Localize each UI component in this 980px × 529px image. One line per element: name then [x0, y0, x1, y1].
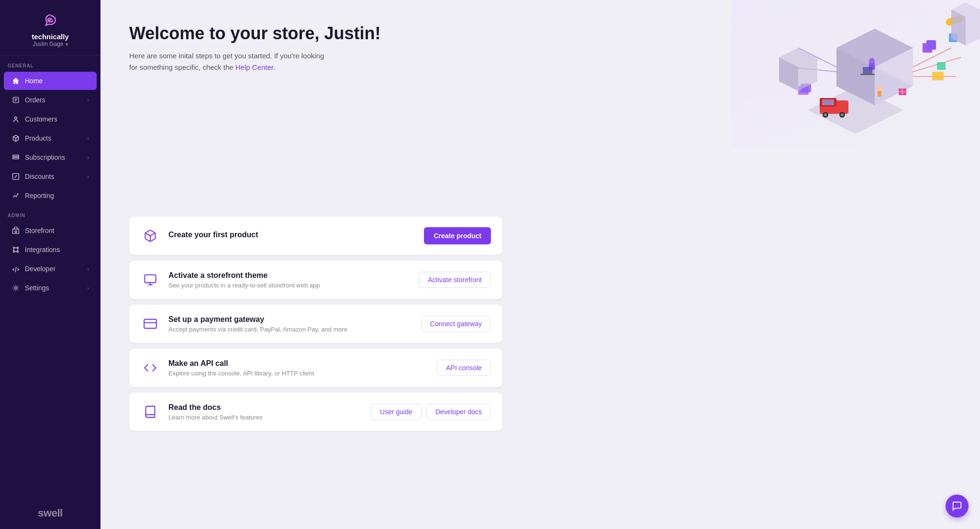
sidebar-item-products[interactable]: Products › [4, 129, 97, 147]
card-desc-activate-storefront: See your products in a ready-to-sell sto… [168, 282, 410, 289]
swell-wordmark: swell [38, 507, 62, 519]
connect-gateway-button[interactable]: Connect gateway [421, 316, 491, 332]
svg-rect-3 [13, 157, 19, 159]
card-title-activate-storefront: Activate a storefront theme [168, 271, 410, 280]
sidebar-item-reporting[interactable]: Reporting [4, 187, 97, 205]
sidebar-item-developer[interactable]: Developer › [4, 260, 97, 278]
discounts-chevron-icon: › [87, 174, 89, 179]
integrations-icon [11, 245, 20, 254]
sidebar-header: technically Justin Gage ▾ [0, 0, 100, 55]
svg-rect-2 [13, 155, 19, 156]
sidebar-item-storefront[interactable]: Storefront [4, 221, 97, 240]
sidebar-label-storefront: Storefront [25, 227, 54, 234]
svg-rect-55 [145, 275, 156, 283]
chat-button[interactable] [946, 495, 969, 518]
sidebar-label-developer: Developer [25, 265, 56, 273]
box-icon [141, 226, 160, 245]
svg-point-39 [869, 58, 875, 64]
products-icon [11, 134, 20, 143]
card-actions-create-product: Create product [424, 227, 491, 244]
svg-point-1 [15, 117, 17, 119]
discounts-icon [11, 172, 20, 181]
activate-storefront-button[interactable]: Activate storefront [419, 272, 491, 288]
store-name: technically [32, 33, 69, 41]
svg-rect-43 [878, 91, 881, 97]
svg-point-7 [13, 247, 14, 248]
products-chevron-icon: › [87, 135, 89, 141]
svg-line-11 [15, 267, 16, 272]
card-title-read-docs: Read the docs [168, 403, 362, 412]
sidebar: technically Justin Gage ▾ GENERAL Home O… [0, 0, 100, 529]
svg-rect-40 [863, 67, 872, 74]
sidebar-item-discounts[interactable]: Discounts › [4, 167, 97, 186]
user-menu[interactable]: Justin Gage ▾ [33, 41, 67, 47]
sidebar-label-home: Home [25, 77, 43, 85]
orders-icon [11, 96, 20, 104]
api-console-button[interactable]: API console [437, 360, 491, 376]
card-activate-storefront: Activate a storefront theme See your pro… [129, 261, 502, 299]
card-content-api-call: Make an API call Explore using the conso… [168, 359, 428, 377]
card-title-payment-gateway: Set up a payment gateway [168, 315, 412, 324]
sidebar-label-subscriptions: Subscriptions [25, 154, 65, 161]
main-content: Welcome to your store, Justin! Here are … [100, 0, 980, 529]
chat-icon [952, 501, 962, 511]
svg-rect-34 [926, 40, 936, 50]
sidebar-item-orders[interactable]: Orders › [4, 91, 97, 109]
card-title-api-call: Make an API call [168, 359, 428, 368]
subscriptions-chevron-icon: › [87, 154, 89, 160]
code-icon [141, 358, 160, 377]
orders-chevron-icon: › [87, 97, 89, 103]
sidebar-item-integrations[interactable]: Integrations [4, 241, 97, 259]
card-actions-read-docs: User guide Developer docs [371, 404, 491, 420]
card-create-product: Create your first product Create product [129, 217, 502, 255]
sidebar-label-orders: Orders [25, 96, 45, 104]
developer-chevron-icon: › [87, 266, 89, 272]
sidebar-label-customers: Customers [25, 115, 57, 123]
welcome-section: Welcome to your store, Justin! Here are … [129, 23, 502, 73]
card-content-read-docs: Read the docs Learn more about Swell's f… [168, 403, 362, 421]
svg-point-9 [13, 251, 14, 252]
svg-marker-51 [966, 2, 980, 45]
card-desc-read-docs: Learn more about Swell's features [168, 414, 362, 421]
card-actions-activate-storefront: Activate storefront [419, 272, 491, 288]
sidebar-label-reporting: Reporting [25, 192, 54, 199]
card-payment-gateway: Set up a payment gateway Accept payments… [129, 305, 502, 343]
card-actions-payment-gateway: Connect gateway [421, 316, 491, 332]
store-illustration [731, 0, 980, 148]
svg-rect-36 [932, 72, 944, 80]
sidebar-label-discounts: Discounts [25, 173, 54, 180]
reporting-icon [11, 191, 20, 200]
credit-card-icon [141, 314, 160, 333]
svg-rect-26 [822, 99, 834, 105]
sidebar-item-home[interactable]: Home [4, 72, 97, 90]
sidebar-item-customers[interactable]: Customers [4, 110, 97, 128]
svg-rect-41 [860, 74, 875, 75]
card-desc-api-call: Explore using the console, API library, … [168, 370, 428, 377]
sidebar-label-settings: Settings [25, 284, 49, 292]
monitor-icon [141, 270, 160, 289]
welcome-text: Welcome to your store, Justin! Here are … [129, 23, 380, 73]
sidebar-item-subscriptions[interactable]: Subscriptions › [4, 148, 97, 166]
card-desc-payment-gateway: Accept payments via credit card, PayPal,… [168, 326, 412, 333]
settings-chevron-icon: › [87, 285, 89, 291]
svg-rect-35 [937, 62, 946, 70]
sidebar-label-integrations: Integrations [25, 246, 60, 253]
settings-icon [11, 284, 20, 292]
developer-icon [11, 264, 20, 273]
developer-docs-button[interactable]: Developer docs [426, 404, 491, 420]
user-chevron-icon: ▾ [66, 42, 68, 47]
main-wrapper: Welcome to your store, Justin! Here are … [100, 0, 531, 454]
svg-rect-6 [15, 231, 16, 232]
welcome-description: Here are some inital steps to get you st… [129, 50, 330, 73]
create-product-button[interactable]: Create product [424, 227, 491, 244]
general-section-label: GENERAL [0, 55, 100, 71]
svg-point-42 [877, 86, 882, 91]
user-guide-button[interactable]: User guide [371, 404, 422, 420]
sidebar-item-settings[interactable]: Settings › [4, 279, 97, 297]
cards-container: Create your first product Create product… [129, 217, 502, 431]
svg-rect-5 [13, 229, 19, 234]
svg-point-8 [17, 247, 18, 248]
card-content-activate-storefront: Activate a storefront theme See your pro… [168, 271, 410, 289]
sidebar-label-products: Products [25, 134, 51, 142]
help-center-link[interactable]: Help Center [235, 63, 273, 71]
